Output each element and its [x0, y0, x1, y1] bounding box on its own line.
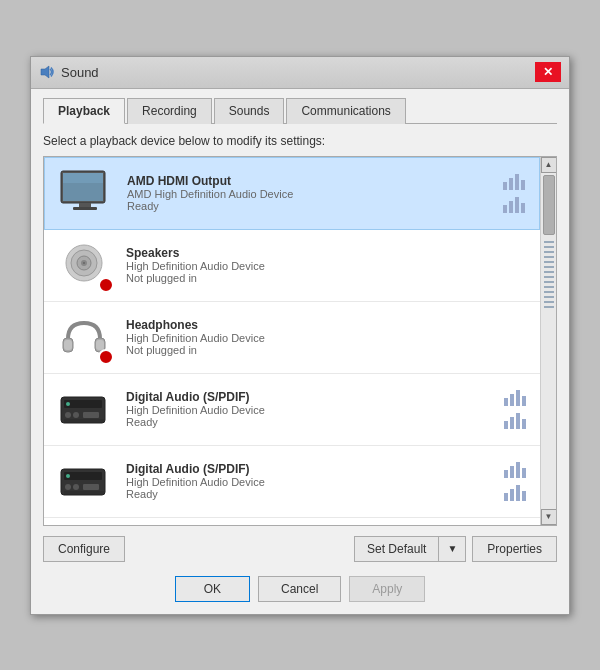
- svg-rect-13: [64, 340, 72, 350]
- scroll-line: [544, 266, 554, 268]
- set-default-dropdown-button[interactable]: ▼: [438, 536, 466, 562]
- device-item-headphones[interactable]: Headphones High Definition Audio Device …: [44, 302, 540, 374]
- default-properties-group: Set Default ▼ Properties: [354, 536, 557, 562]
- scroll-down-button[interactable]: ▼: [541, 509, 557, 525]
- device-status-speakers: Not plugged in: [126, 272, 530, 284]
- device-status-headphones: Not plugged in: [126, 344, 530, 356]
- device-info-amd-hdmi: AMD HDMI Output AMD High Definition Audi…: [127, 174, 503, 212]
- device-icon-digital2: [54, 454, 114, 509]
- device-icon-digital1: [54, 382, 114, 437]
- device-info-headphones: Headphones High Definition Audio Device …: [126, 318, 530, 356]
- device-status-amd-hdmi: Ready: [127, 200, 503, 212]
- scroll-line: [544, 281, 554, 283]
- digital-icon-1: [58, 385, 110, 433]
- device-list-container: AMD HDMI Output AMD High Definition Audi…: [43, 156, 557, 526]
- device-status-digital1: Ready: [126, 416, 504, 428]
- device-icon-headphones: [54, 310, 114, 365]
- scroll-line: [544, 246, 554, 248]
- scroll-line: [544, 271, 554, 273]
- scroll-line: [544, 301, 554, 303]
- device-name-digital1: Digital Audio (S/PDIF): [126, 390, 504, 404]
- monitor-icon: [59, 169, 111, 217]
- dialog-buttons-row: OK Cancel Apply: [43, 576, 557, 602]
- svg-point-25: [65, 484, 71, 490]
- device-desc-speakers: High Definition Audio Device: [126, 260, 530, 272]
- instructions-text: Select a playback device below to modify…: [43, 134, 557, 148]
- device-name-amd-hdmi: AMD HDMI Output: [127, 174, 503, 188]
- scroll-line: [544, 286, 554, 288]
- svg-point-26: [73, 484, 79, 490]
- tab-recording[interactable]: Recording: [127, 98, 212, 124]
- device-icon-amd-hdmi: [55, 166, 115, 221]
- level-bars-digital1: [504, 390, 526, 429]
- dialog-body: Playback Recording Sounds Communications…: [31, 89, 569, 614]
- configure-button[interactable]: Configure: [43, 536, 125, 562]
- svg-marker-0: [41, 66, 49, 78]
- device-info-speakers: Speakers High Definition Audio Device No…: [126, 246, 530, 284]
- device-name-headphones: Headphones: [126, 318, 530, 332]
- title-bar: Sound ✕: [31, 57, 569, 89]
- device-item-digital1[interactable]: Digital Audio (S/PDIF) High Definition A…: [44, 374, 540, 446]
- level-bars-amd-hdmi: [503, 174, 525, 213]
- device-info-digital2: Digital Audio (S/PDIF) High Definition A…: [126, 462, 504, 500]
- svg-rect-3: [63, 173, 103, 183]
- device-item-speakers[interactable]: Speakers High Definition Audio Device No…: [44, 230, 540, 302]
- device-item-digital2[interactable]: Digital Audio (S/PDIF) High Definition A…: [44, 446, 540, 518]
- level-bars-digital2: [504, 462, 526, 501]
- scroll-line: [544, 296, 554, 298]
- scrollbar[interactable]: ▲: [540, 157, 556, 525]
- device-icon-speakers: [54, 238, 114, 293]
- svg-rect-5: [73, 207, 97, 210]
- apply-button[interactable]: Apply: [349, 576, 425, 602]
- scroll-line: [544, 306, 554, 308]
- speaker-not-plugged-dot: [98, 277, 114, 293]
- tab-sounds[interactable]: Sounds: [214, 98, 285, 124]
- device-item-amd-hdmi[interactable]: AMD HDMI Output AMD High Definition Audi…: [44, 157, 540, 230]
- svg-point-18: [73, 412, 79, 418]
- scroll-line: [544, 256, 554, 258]
- ok-button[interactable]: OK: [175, 576, 250, 602]
- headphone-not-plugged-dot: [98, 349, 114, 365]
- sound-dialog: Sound ✕ Playback Recording Sounds Commun…: [30, 56, 570, 615]
- scroll-thumb[interactable]: [543, 175, 555, 235]
- device-info-digital1: Digital Audio (S/PDIF) High Definition A…: [126, 390, 504, 428]
- device-desc-amd-hdmi: AMD High Definition Audio Device: [127, 188, 503, 200]
- svg-point-28: [66, 474, 70, 478]
- svg-point-17: [65, 412, 71, 418]
- svg-rect-27: [83, 484, 99, 490]
- title-bar-left: Sound: [39, 64, 99, 80]
- svg-point-20: [66, 402, 70, 406]
- scroll-line: [544, 261, 554, 263]
- scroll-line: [544, 251, 554, 253]
- action-buttons-row: Configure Set Default ▼ Properties: [43, 536, 557, 562]
- svg-rect-19: [83, 412, 99, 418]
- scroll-line: [544, 276, 554, 278]
- device-name-digital2: Digital Audio (S/PDIF): [126, 462, 504, 476]
- svg-point-10: [83, 262, 85, 264]
- properties-button[interactable]: Properties: [472, 536, 557, 562]
- scroll-lines: [543, 241, 554, 308]
- device-name-speakers: Speakers: [126, 246, 530, 260]
- device-desc-digital2: High Definition Audio Device: [126, 476, 504, 488]
- set-default-button[interactable]: Set Default: [354, 536, 438, 562]
- cancel-button[interactable]: Cancel: [258, 576, 341, 602]
- device-desc-digital1: High Definition Audio Device: [126, 404, 504, 416]
- tab-communications[interactable]: Communications: [286, 98, 405, 124]
- scroll-up-button[interactable]: ▲: [541, 157, 557, 173]
- digital-icon-2: [58, 457, 110, 505]
- tab-bar: Playback Recording Sounds Communications: [43, 97, 557, 124]
- scroll-line: [544, 241, 554, 243]
- title-bar-sound-icon: [39, 64, 55, 80]
- device-status-digital2: Ready: [126, 488, 504, 500]
- device-list: AMD HDMI Output AMD High Definition Audi…: [44, 157, 540, 525]
- tab-playback[interactable]: Playback: [43, 98, 125, 124]
- scroll-line: [544, 291, 554, 293]
- title-bar-title: Sound: [61, 65, 99, 80]
- scroll-track: [541, 173, 556, 509]
- device-desc-headphones: High Definition Audio Device: [126, 332, 530, 344]
- close-button[interactable]: ✕: [535, 62, 561, 82]
